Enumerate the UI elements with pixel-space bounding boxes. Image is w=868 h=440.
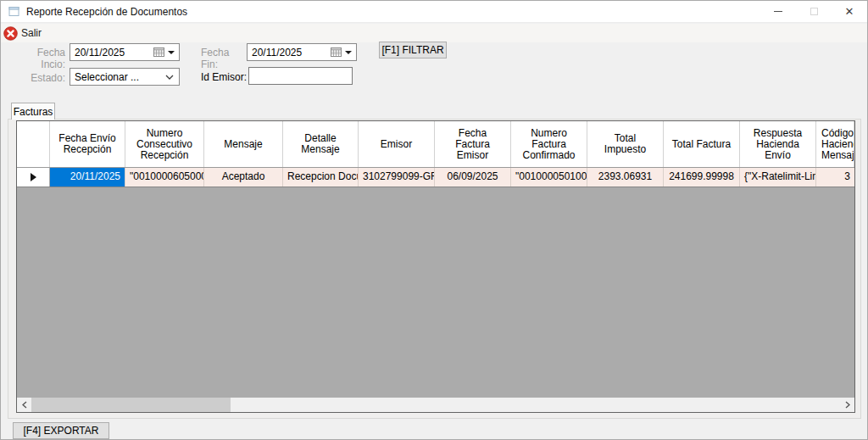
scroll-left-icon [22,401,27,409]
grid-header-emisor[interactable]: Emisor [359,121,435,167]
cell-mensaje[interactable]: Aceptado [204,168,283,187]
grid-header-numero-consecutivo[interactable]: Numero Consecutivo Recepción [125,121,204,167]
row-header-cell[interactable] [17,168,50,187]
cell-detalle-mensaje[interactable]: Recepcion Docu... [283,168,359,187]
tab-facturas-label: Facturas [14,106,53,118]
cell-numero-consecutivo[interactable]: "0010000605000... [125,168,204,187]
grid-header-total-impuesto[interactable]: Total Impuesto [587,121,664,167]
maximize-button[interactable] [796,1,832,22]
grid-header-row: Fecha Envío Recepción Numero Consecutivo… [17,121,854,168]
id-emisor-label: Id Emisor: [201,71,247,83]
grid-header-detalle-mensaje[interactable]: Detalle Mensaje [283,121,359,167]
grid-header-codigo-hacienda[interactable]: Código Hacienda Mensaje [816,121,854,167]
title-bar: Reporte Recepción de Documentos ✕ [1,1,867,23]
window-controls: ✕ [760,1,867,22]
grid-data-row: 20/11/2025 "0010000605000... Aceptado Re… [17,168,854,187]
window-title: Reporte Recepción de Documentos [26,6,187,18]
close-icon: ✕ [845,6,854,17]
cell-total-impuesto[interactable]: 2393.06931 [587,168,664,187]
cell-codigo-hacienda[interactable]: 3 [816,168,854,187]
scroll-right-button[interactable] [840,398,854,412]
dropdown-icon[interactable] [345,51,352,54]
scrollbar-thumb[interactable] [31,398,231,412]
estado-label: Estado: [13,72,65,84]
grid-header-numero-factura[interactable]: Numero Factura Confirmado [511,121,587,167]
grid-header-rowselector[interactable] [17,121,50,167]
close-button[interactable]: ✕ [832,1,867,22]
horizontal-scrollbar[interactable] [17,398,854,412]
app-window: Reporte Recepción de Documentos ✕ Salir … [0,0,868,440]
chevron-down-icon[interactable] [165,75,174,80]
salir-button[interactable]: Salir [1,25,48,42]
scroll-right-icon [845,401,850,409]
grid-header-fecha-envio[interactable]: Fecha Envío Recepción [50,121,125,167]
exportar-button[interactable]: [F4] EXPORTAR [13,422,109,439]
fecha-fin-label: Fecha Fin: [201,47,243,70]
grid-header-fecha-factura[interactable]: Fecha Factura Emisor [435,121,511,167]
grid-empty-area [17,187,854,398]
calendar-icon [153,47,164,57]
filtrar-button[interactable]: [F1] FILTRAR [379,42,447,58]
app-icon [8,6,19,17]
minimize-icon [774,11,782,12]
id-emisor-input[interactable] [248,67,353,85]
estado-combobox[interactable]: Seleccionar ... [70,68,180,86]
cell-emisor[interactable]: 3102799099-GR... [359,168,435,187]
row-indicator-icon [31,173,36,181]
cell-fecha-envio[interactable]: 20/11/2025 [50,168,125,187]
fecha-inicio-label: Fecha Incio: [13,47,65,70]
filtrar-button-label: [F1] FILTRAR [381,44,443,56]
cell-total-factura[interactable]: 241699.99998 [664,168,740,187]
fecha-fin-datepicker[interactable]: 20/11/2025 [247,43,357,61]
facturas-datagrid: Fecha Envío Recepción Numero Consecutivo… [16,120,855,413]
fecha-fin-value: 20/11/2025 [248,47,331,58]
minimize-button[interactable] [760,1,796,22]
fecha-inicio-value: 20/11/2025 [70,47,153,58]
grid-header-respuesta-hacienda[interactable]: Respuesta Hacienda Envío [740,121,816,167]
cell-fecha-factura[interactable]: 06/09/2025 [435,168,511,187]
grid-header-total-factura[interactable]: Total Factura [664,121,740,167]
estado-selected-value: Seleccionar ... [70,71,165,83]
toolbar: Salir [1,24,867,42]
maximize-icon [810,8,818,15]
fecha-inicio-datepicker[interactable]: 20/11/2025 [70,43,180,61]
cell-respuesta-hacienda[interactable]: {"X-Ratelimit-Limit... [740,168,816,187]
salir-label: Salir [21,27,42,39]
scroll-left-button[interactable] [17,398,31,412]
cell-numero-factura[interactable]: "0010000501000... [511,168,587,187]
tab-facturas[interactable]: Facturas [11,103,55,120]
grid-header-mensaje[interactable]: Mensaje [204,121,283,167]
exportar-button-label: [F4] EXPORTAR [24,425,99,437]
dropdown-icon[interactable] [168,51,175,54]
calendar-icon [331,47,342,57]
exit-icon [3,26,18,41]
